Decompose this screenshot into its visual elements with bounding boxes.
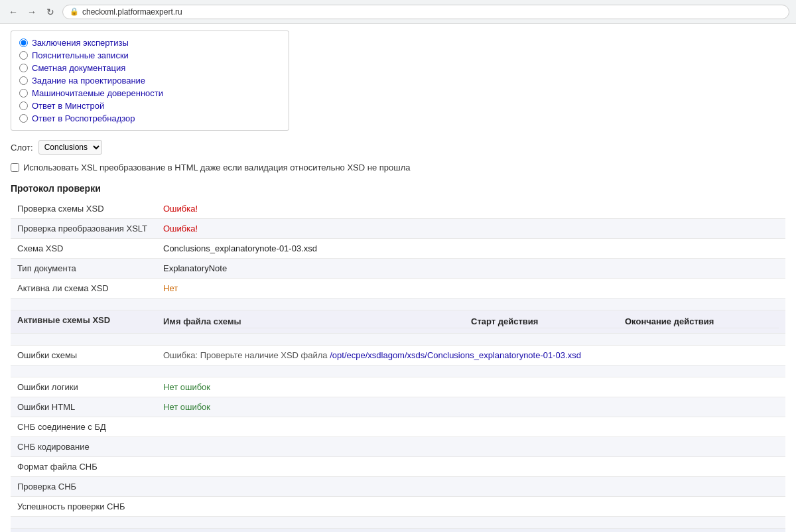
label-snb-connection: СНБ соединение с БД (11, 417, 157, 437)
slot-select[interactable]: Conclusions (38, 140, 102, 155)
row-snb-success: Успешность проверки СНБ (11, 497, 785, 517)
row-html-errors: Ошибки HTML Нет ошибок (11, 397, 785, 417)
section-title: Протокол проверки (11, 183, 785, 194)
radio-label-0: Заключения экспертизы (32, 38, 129, 48)
value-schema-active: Нет (157, 279, 785, 299)
label-snb-format: Формат файла СНБ (11, 457, 157, 477)
radio-item-0[interactable]: Заключения экспертизы (19, 36, 281, 49)
value-html-errors: Нет ошибок (157, 397, 785, 417)
radio-zadanie[interactable] (19, 76, 28, 85)
radio-group: Заключения экспертизы Пояснительные запи… (11, 31, 289, 131)
value-snb-encoding (157, 437, 785, 457)
value-xslt-check: Ошибка! (157, 219, 785, 239)
label-logic-errors: Ошибки логики (11, 377, 157, 397)
row-xslt-check: Проверка преобразования XSLT Ошибка! (11, 219, 785, 239)
row-snb-compliance-header: Ошибки соответствия СНБ Тип Позиция Текс… (11, 529, 785, 533)
row-doc-type: Тип документа ExplanatoryNote (11, 259, 785, 279)
radio-mashinochit[interactable] (19, 89, 28, 98)
label-snb-compliance: Ошибки соответствия СНБ (11, 529, 157, 533)
radio-label-5: Ответ в Минстрой (32, 101, 104, 111)
label-snb-success: Успешность проверки СНБ (11, 497, 157, 517)
radio-minstroy[interactable] (19, 101, 28, 110)
browser-toolbar: ← → ↻ 🔒 checkxml.platformaexpert.ru (0, 0, 796, 24)
row-empty-2 (11, 366, 785, 377)
radio-label-3: Задание на проектирование (32, 76, 145, 86)
row-active-schemas-header: Активные схемы XSD Имя файла схемы Старт… (11, 310, 785, 334)
value-snb-connection (157, 417, 785, 437)
radio-smetnaya[interactable] (19, 64, 28, 72)
xsl-checkbox-label: Использовать XSL преобразование в HTML д… (23, 163, 411, 172)
col-schema-name: Имя файла схемы (163, 315, 471, 328)
row-empty-3 (11, 517, 785, 529)
row-snb-format: Формат файла СНБ (11, 457, 785, 477)
label-schema-xsd: Схема XSD (11, 239, 157, 259)
radio-item-4[interactable]: Машиночитаемые доверенности (19, 87, 281, 100)
label-snb-check: Проверка СНБ (11, 477, 157, 497)
snb-compliance-cols: Тип Позиция Текст Полученное значение Ож… (157, 529, 785, 533)
radio-rospotreb[interactable] (19, 114, 28, 123)
radio-item-6[interactable]: Ответ в Роспотребнадзор (19, 112, 281, 125)
xsl-checkbox-row: Использовать XSL преобразование в HTML д… (11, 163, 785, 172)
radio-conclusions[interactable] (19, 38, 28, 47)
radio-item-2[interactable]: Сметная документация (19, 62, 281, 74)
value-doc-type: ExplanatoryNote (157, 259, 785, 279)
value-schema-check: Ошибка! (157, 199, 785, 219)
row-snb-check: Проверка СНБ (11, 477, 785, 497)
address-bar: 🔒 checkxml.platformaexpert.ru (62, 5, 789, 19)
slot-row: Слот: Conclusions (11, 140, 785, 155)
row-empty-1 (11, 299, 785, 310)
radio-item-5[interactable]: Ответ в Минстрой (19, 100, 281, 112)
row-schema-active: Активна ли схема XSD Нет (11, 279, 785, 299)
col-end-date: Окончание действия (625, 315, 779, 328)
radio-label-2: Сметная документация (32, 63, 125, 73)
lock-icon: 🔒 (70, 7, 79, 16)
value-snb-check (157, 477, 785, 497)
label-snb-encoding: СНБ кодирование (11, 437, 157, 457)
check-table: Проверка схемы XSD Ошибка! Проверка прео… (11, 199, 785, 532)
radio-item-3[interactable]: Задание на проектирование (19, 74, 281, 87)
page-content: Заключения экспертизы Пояснительные запи… (0, 24, 796, 532)
url-text: checkxml.platformaexpert.ru (82, 7, 182, 17)
col-start-date: Старт действия (471, 315, 625, 328)
back-button[interactable]: ← (7, 5, 20, 19)
radio-label-1: Пояснительные записки (32, 50, 129, 60)
row-snb-connection: СНБ соединение с БД (11, 417, 785, 437)
value-logic-errors: Нет ошибок (157, 377, 785, 397)
row-snb-encoding: СНБ кодирование (11, 437, 785, 457)
label-schema-check: Проверка схемы XSD (11, 199, 157, 219)
value-schema-errors: Ошибка: Проверьте наличие XSD файла /opt… (157, 346, 785, 366)
row-logic-errors: Ошибки логики Нет ошибок (11, 377, 785, 397)
active-schemas-col-headers: Имя файла схемы Старт действия Окончание… (163, 315, 779, 328)
radio-item-1[interactable]: Пояснительные записки (19, 49, 281, 62)
slot-label: Слот: (11, 143, 33, 153)
reload-button[interactable]: ↻ (44, 5, 57, 19)
label-schema-active: Активна ли схема XSD (11, 279, 157, 299)
row-schema-xsd: Схема XSD Conclusions_explanatorynote-01… (11, 239, 785, 259)
label-xslt-check: Проверка преобразования XSLT (11, 219, 157, 239)
label-schema-errors: Ошибки схемы (11, 346, 157, 366)
label-doc-type: Тип документа (11, 259, 157, 279)
row-schema-errors: Ошибки схемы Ошибка: Проверьте наличие X… (11, 346, 785, 366)
forward-button[interactable]: → (25, 5, 38, 19)
label-html-errors: Ошибки HTML (11, 397, 157, 417)
value-snb-success (157, 497, 785, 517)
radio-poyasnitelnye[interactable] (19, 51, 28, 60)
row-active-schemas-empty (11, 334, 785, 346)
value-snb-format (157, 457, 785, 477)
radio-label-4: Машиночитаемые доверенности (32, 88, 163, 98)
label-active-schemas: Активные схемы XSD (11, 310, 157, 334)
value-schema-xsd: Conclusions_explanatorynote-01-03.xsd (157, 239, 785, 259)
row-schema-check: Проверка схемы XSD Ошибка! (11, 199, 785, 219)
xsl-checkbox[interactable] (11, 163, 19, 172)
schema-error-path: /opt/ecpe/xsdlagom/xsds/Conclusions_expl… (330, 350, 581, 360)
radio-label-6: Ответ в Роспотребнадзор (32, 113, 135, 123)
